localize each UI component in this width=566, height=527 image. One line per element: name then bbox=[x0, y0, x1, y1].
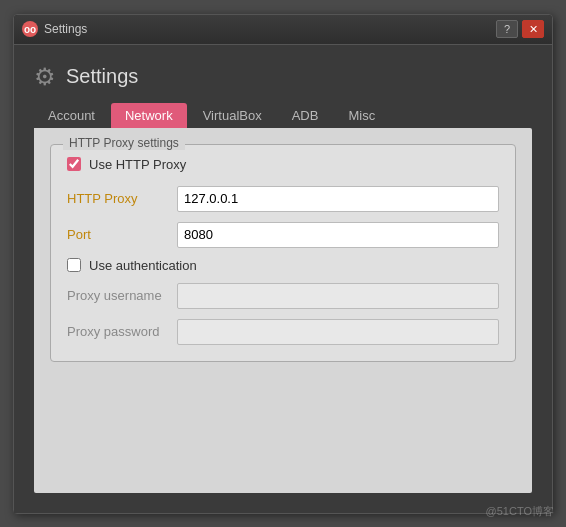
proxy-password-label: Proxy password bbox=[67, 324, 177, 339]
titlebar-left: oo Settings bbox=[22, 21, 87, 37]
header-area: ⚙ Settings bbox=[24, 55, 542, 103]
app-icon: oo bbox=[22, 21, 38, 37]
http-proxy-label: HTTP Proxy bbox=[67, 191, 177, 206]
settings-window: oo Settings ? ✕ ⚙ Settings Account Netwo… bbox=[13, 14, 553, 514]
page-title: Settings bbox=[66, 65, 138, 88]
group-title: HTTP Proxy settings bbox=[63, 136, 185, 150]
use-proxy-label[interactable]: Use HTTP Proxy bbox=[89, 157, 186, 172]
proxy-username-label: Proxy username bbox=[67, 288, 177, 303]
titlebar-title: Settings bbox=[44, 22, 87, 36]
use-auth-label[interactable]: Use authentication bbox=[89, 258, 197, 273]
help-button[interactable]: ? bbox=[496, 20, 518, 38]
use-auth-row: Use authentication bbox=[67, 258, 499, 273]
watermark: @51CTO博客 bbox=[486, 504, 554, 519]
titlebar: oo Settings ? ✕ bbox=[14, 15, 552, 45]
tab-content-network: HTTP Proxy settings Use HTTP Proxy HTTP … bbox=[34, 128, 532, 493]
http-proxy-row: HTTP Proxy bbox=[67, 186, 499, 212]
close-button[interactable]: ✕ bbox=[522, 20, 544, 38]
port-input[interactable] bbox=[177, 222, 499, 248]
use-proxy-checkbox[interactable] bbox=[67, 157, 81, 171]
http-proxy-input[interactable] bbox=[177, 186, 499, 212]
use-auth-checkbox[interactable] bbox=[67, 258, 81, 272]
window-content: ⚙ Settings Account Network VirtualBox AD… bbox=[14, 45, 552, 513]
proxy-username-input[interactable] bbox=[177, 283, 499, 309]
port-label: Port bbox=[67, 227, 177, 242]
proxy-password-row: Proxy password bbox=[67, 319, 499, 345]
tab-virtualbox[interactable]: VirtualBox bbox=[189, 103, 276, 128]
tab-adb[interactable]: ADB bbox=[278, 103, 333, 128]
titlebar-buttons: ? ✕ bbox=[496, 20, 544, 38]
tab-network[interactable]: Network bbox=[111, 103, 187, 128]
use-proxy-row: Use HTTP Proxy bbox=[67, 157, 499, 172]
gear-icon: ⚙ bbox=[34, 63, 56, 91]
proxy-password-input[interactable] bbox=[177, 319, 499, 345]
tabs-bar: Account Network VirtualBox ADB Misc bbox=[24, 103, 542, 128]
tab-misc[interactable]: Misc bbox=[334, 103, 389, 128]
proxy-username-row: Proxy username bbox=[67, 283, 499, 309]
port-row: Port bbox=[67, 222, 499, 248]
tab-account[interactable]: Account bbox=[34, 103, 109, 128]
http-proxy-group: HTTP Proxy settings Use HTTP Proxy HTTP … bbox=[50, 144, 516, 362]
